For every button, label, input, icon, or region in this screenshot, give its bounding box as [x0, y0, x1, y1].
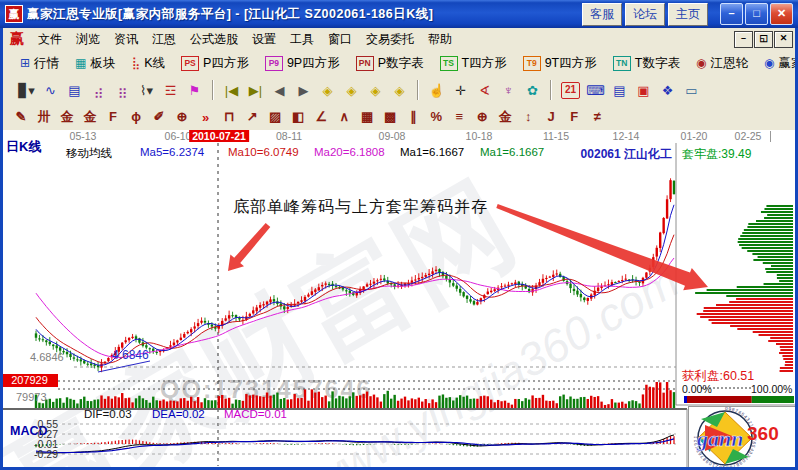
date-axis-separator — [770, 131, 771, 142]
indicator-label-2: Ma5=6.2374 — [140, 146, 204, 158]
indicator-label-3: Ma10=6.0749 — [228, 146, 299, 158]
gann360-logo-svg: 0987654321098765432109876543210987654321… — [689, 407, 796, 468]
indicator-label-6: Ma1=6.1667 — [480, 146, 544, 158]
date-tick-10: 02-25 — [735, 130, 762, 142]
date-tick-6: 10-18 — [466, 130, 493, 142]
date-tick-7: 11-15 — [543, 130, 569, 142]
date-tick-5: 09-08 — [379, 130, 406, 142]
date-axis: 05-1306-102010-07-2108-1109-0810-1811-15… — [0, 130, 798, 143]
logo-360-text: 360 — [747, 423, 779, 444]
indicator-label-1: 移动均线 — [66, 146, 112, 161]
indicator-label-5: Ma1=6.1667 — [400, 146, 464, 158]
main-chart-svg[interactable] — [0, 0, 798, 470]
indicator-row: 移动均线Ma5=6.2374Ma10=6.0749Ma20=6.1808Ma1=… — [0, 146, 680, 160]
indicator-label-4: Ma20=6.1808 — [314, 146, 385, 158]
application-window: 赢 赢家江恩专业版[赢家内部服务平台] - [江山化工 SZ002061-186… — [0, 0, 798, 470]
logo-gann-text: gann — [696, 426, 743, 451]
date-tick-9: 01-20 — [681, 130, 708, 142]
date-tick-1: 05-13 — [70, 130, 97, 142]
date-tick-4: 08-11 — [276, 130, 302, 142]
date-highlight: 2010-07-21 — [189, 130, 249, 142]
window-border-left — [0, 28, 3, 470]
gann360-logo: 0987654321098765432109876543210987654321… — [688, 406, 796, 468]
date-tick-2: 06-10 — [165, 130, 192, 142]
date-tick-8: 12-14 — [613, 130, 640, 142]
